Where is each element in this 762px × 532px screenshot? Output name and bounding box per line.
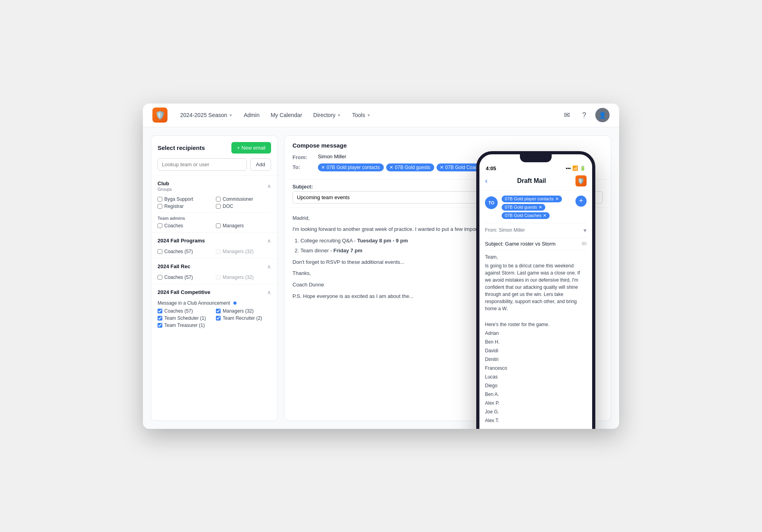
signal-icon: ▪▪▪ bbox=[566, 165, 571, 171]
nav-links: 2024-2025 Season ▼ Admin My Calendar Dir… bbox=[175, 109, 552, 121]
phone-greeting: Team, bbox=[485, 254, 587, 261]
list-item[interactable]: Managers (32) bbox=[216, 249, 271, 254]
from-value: Simon Miller bbox=[318, 154, 346, 159]
list-item[interactable]: Registrar bbox=[158, 204, 213, 209]
nav-tools[interactable]: Tools ▼ bbox=[347, 109, 375, 121]
fall-programs-collapse[interactable]: ∧ bbox=[267, 238, 271, 244]
list-item[interactable]: Coaches (57) bbox=[158, 249, 213, 254]
phone-roster-dimitri: Dimitri bbox=[485, 356, 587, 363]
search-input[interactable] bbox=[158, 158, 247, 171]
phone-draft-title: Draft Mail bbox=[517, 177, 546, 184]
phone-from-chevron[interactable]: ▾ bbox=[583, 227, 587, 234]
phone-tag-2: 07B Gold guests ✕ bbox=[502, 204, 545, 211]
phone-roster-francesco: Francesco bbox=[485, 365, 587, 372]
phone-tag-x-3[interactable]: ✕ bbox=[543, 213, 546, 218]
fall-competitive-content: Message in a Club Announcement Coaches (… bbox=[151, 299, 277, 332]
list-item[interactable]: Commissioner bbox=[216, 196, 271, 202]
battery-icon: 🔋 bbox=[580, 165, 586, 171]
team-admins-label: Team admins bbox=[158, 216, 271, 221]
fall-competitive-grid: Coaches (57) Managers (32) Team Schedule… bbox=[158, 308, 271, 328]
phone-header: ‹ Draft Mail 🛡️ bbox=[479, 173, 592, 191]
user-avatar[interactable]: 👤 bbox=[595, 108, 610, 122]
fall-programs-content: Coaches (57) Managers (32) bbox=[151, 247, 277, 258]
list-item[interactable]: DOC bbox=[216, 204, 271, 209]
list-item[interactable]: Byga Support bbox=[158, 196, 213, 202]
nav-calendar[interactable]: My Calendar bbox=[266, 109, 307, 121]
phone-status-icons: ▪▪▪ 📶 🔋 bbox=[566, 165, 586, 171]
club-group-sub: Groups bbox=[158, 187, 172, 192]
fall-competitive-name: 2024 Fall Competitive bbox=[158, 289, 210, 295]
club-collapse-button[interactable]: ∧ bbox=[267, 183, 271, 189]
phone-overlay: 4:05 ▪▪▪ 📶 🔋 ‹ Draft Mail 🛡️ TO 07B Gold… bbox=[476, 151, 595, 429]
fall-rec-content: Coaches (57) Managers (32) bbox=[151, 273, 277, 284]
tag-label-2: 07B Gold guests bbox=[395, 165, 430, 170]
fall-competitive-header[interactable]: 2024 Fall Competitive ∧ bbox=[151, 284, 277, 299]
club-group-header[interactable]: Club Groups ∧ bbox=[151, 176, 277, 195]
tag-x-1[interactable]: ✕ bbox=[321, 165, 325, 170]
nav-right: ✉ ? 👤 bbox=[560, 108, 610, 122]
phone-tag-3: 07B Gold Coaches ✕ bbox=[502, 212, 550, 219]
phone-tag-1: 07B Gold player contacts ✕ bbox=[502, 196, 562, 202]
phone-roster-ben-a: Ben A. bbox=[485, 391, 587, 398]
list-item[interactable]: Team Scheduler (1) bbox=[158, 315, 213, 321]
fall-rec-header[interactable]: 2024 Fall Rec ∧ bbox=[151, 259, 277, 273]
phone-to-tags: 07B Gold player contacts ✕ 07B Gold gues… bbox=[502, 196, 572, 219]
to-label: To: bbox=[292, 163, 313, 170]
phone-roster-davidi: Davidi bbox=[485, 347, 587, 354]
fall-competitive-collapse[interactable]: ∧ bbox=[267, 289, 271, 296]
phone-roster-ben-h: Ben H. bbox=[485, 338, 587, 346]
help-icon-btn[interactable]: ? bbox=[578, 109, 591, 121]
phone-char-count: 80 bbox=[582, 241, 587, 246]
phone-to-avatar: TO bbox=[485, 196, 498, 209]
fall-rec-collapse[interactable]: ∧ bbox=[267, 263, 271, 270]
app-logo: 🛡️ bbox=[152, 108, 167, 123]
email-icon-btn[interactable]: ✉ bbox=[560, 109, 573, 121]
nav-directory[interactable]: Directory ▼ bbox=[308, 109, 346, 121]
list-item[interactable]: Managers (32) bbox=[216, 275, 271, 280]
nav-admin[interactable]: Admin bbox=[239, 109, 264, 121]
fall-competitive-section: 2024 Fall Competitive ∧ Message in a Clu… bbox=[151, 284, 277, 332]
panel-header: Select recipients + New email bbox=[151, 136, 277, 158]
from-label: From: bbox=[292, 154, 313, 160]
phone-roster-adrian: Adrian bbox=[485, 330, 587, 337]
phone-roster-diego: Diego bbox=[485, 382, 587, 389]
phone-to-section: TO 07B Gold player contacts ✕ 07B Gold g… bbox=[485, 196, 587, 219]
main-content: Select recipients + New email Add Club G… bbox=[143, 127, 619, 429]
fall-rec-name: 2024 Fall Rec bbox=[158, 263, 190, 269]
club-groups-grid: Byga Support Commissioner Registrar DOC bbox=[158, 196, 271, 209]
phone-notch bbox=[520, 154, 552, 162]
recipient-tags: ✕ 07B Gold player contacts ✕ 07B Gold gu… bbox=[318, 163, 489, 171]
season-chevron-icon: ▼ bbox=[229, 113, 233, 117]
fall-programs-header[interactable]: 2024 Fall Programs ∧ bbox=[151, 233, 277, 247]
list-item[interactable]: Coaches (57) bbox=[158, 275, 213, 280]
phone-subject-row: Subject: Game roster vs Storm 80 bbox=[485, 237, 587, 250]
phone-from-label: From: Simon Miller bbox=[485, 227, 525, 233]
list-item[interactable]: Team Recruiter (2) bbox=[216, 315, 271, 321]
phone-roster-joe-g: Joe G. bbox=[485, 408, 587, 415]
phone-tag-x-1[interactable]: ✕ bbox=[555, 196, 559, 202]
phone-roster-alex-p: Alex P. bbox=[485, 399, 587, 407]
phone-tag-x-2[interactable]: ✕ bbox=[539, 205, 542, 210]
list-item[interactable]: Coaches bbox=[158, 223, 213, 229]
list-item[interactable]: Managers (32) bbox=[216, 308, 271, 314]
recipient-tag-2: ✕ 07B Gold guests bbox=[386, 163, 434, 171]
nav-season[interactable]: 2024-2025 Season ▼ bbox=[175, 109, 237, 121]
phone-add-recipient-button[interactable]: + bbox=[575, 196, 587, 207]
left-panel: Select recipients + New email Add Club G… bbox=[151, 135, 278, 421]
new-email-button[interactable]: + New email bbox=[231, 142, 271, 154]
announcement-label: Message in a Club Announcement bbox=[158, 300, 230, 306]
tag-x-2[interactable]: ✕ bbox=[389, 165, 393, 170]
list-item[interactable]: Managers bbox=[216, 223, 271, 229]
fall-programs-name: 2024 Fall Programs bbox=[158, 238, 205, 244]
fall-programs-grid: Coaches (57) Managers (32) bbox=[158, 249, 271, 254]
tag-x-3[interactable]: ✕ bbox=[440, 165, 444, 170]
browser-window: 🛡️ 2024-2025 Season ▼ Admin My Calendar … bbox=[143, 104, 619, 429]
club-group-content: Byga Support Commissioner Registrar DOC bbox=[151, 195, 277, 232]
list-item[interactable]: Coaches (57) bbox=[158, 308, 213, 314]
add-button[interactable]: Add bbox=[250, 158, 271, 171]
compose-title: Compose message bbox=[292, 142, 603, 149]
phone-from-row: From: Simon Miller ▾ bbox=[485, 223, 587, 237]
phone-back-button[interactable]: ‹ bbox=[485, 176, 488, 185]
list-item[interactable]: Team Treasurer (1) bbox=[158, 323, 213, 328]
fall-programs-section: 2024 Fall Programs ∧ Coaches (57) Manage… bbox=[151, 232, 277, 258]
